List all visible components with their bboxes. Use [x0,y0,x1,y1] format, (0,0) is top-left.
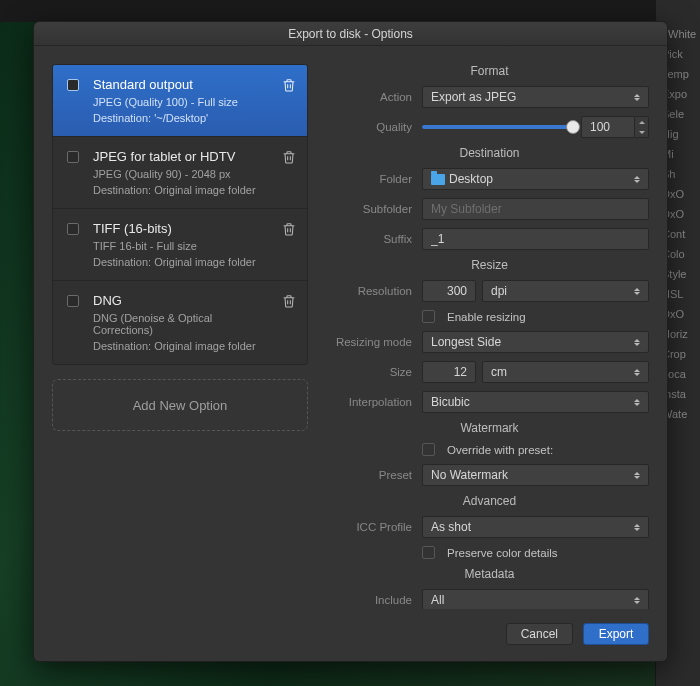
preset-subtitle: DNG (Denoise & Optical Corrections) [93,312,271,336]
preserve-color-label: Preserve color details [447,547,558,559]
delete-preset-button[interactable] [281,149,297,165]
preset-title: JPEG for tablet or HDTV [93,149,271,164]
chevron-updown-icon [630,468,644,482]
chevron-updown-icon [630,365,644,379]
interpolation-select[interactable]: Bicubic [422,391,649,413]
action-label: Action [330,91,422,103]
chevron-updown-icon [630,90,644,104]
resolution-input[interactable] [422,280,476,302]
icc-profile-select[interactable]: As shot [422,516,649,538]
trash-icon [281,82,297,96]
quality-label: Quality [330,121,422,133]
preset-item[interactable]: Standard outpoutJPEG (Quality 100) - Ful… [53,65,307,137]
section-watermark: Watermark [330,421,649,435]
trash-icon [281,298,297,312]
quality-stepper[interactable] [635,116,649,138]
icc-label: ICC Profile [330,521,422,533]
resizing-mode-select[interactable]: Longest Side [422,331,649,353]
resizing-mode-label: Resizing mode [330,336,422,348]
resolution-label: Resolution [330,285,422,297]
watermark-preset-select[interactable]: No Watermark [422,464,649,486]
preset-item[interactable]: TIFF (16-bits)TIFF 16-bit - Full sizeDes… [53,209,307,281]
chevron-updown-icon [630,593,644,607]
preset-destination: Destination: '~/Desktop' [93,112,271,124]
chevron-updown-icon [630,520,644,534]
preset-list: Standard outpoutJPEG (Quality 100) - Ful… [52,64,308,365]
preset-checkbox[interactable] [67,295,79,307]
folder-select[interactable]: Desktop [422,168,649,190]
interpolation-label: Interpolation [330,396,422,408]
chevron-updown-icon [630,284,644,298]
preset-destination: Destination: Original image folder [93,184,271,196]
preserve-color-checkbox[interactable] [422,546,435,559]
preset-label: Preset [330,469,422,481]
preset-title: DNG [93,293,271,308]
resolution-unit-select[interactable]: dpi [482,280,649,302]
section-metadata: Metadata [330,567,649,581]
folder-label: Folder [330,173,422,185]
chevron-updown-icon [630,172,644,186]
trash-icon [281,154,297,168]
size-unit-select[interactable]: cm [482,361,649,383]
subfolder-input[interactable] [422,198,649,220]
preset-item[interactable]: DNGDNG (Denoise & Optical Corrections)De… [53,281,307,364]
override-preset-checkbox[interactable] [422,443,435,456]
chevron-updown-icon [630,395,644,409]
size-input[interactable] [422,361,476,383]
include-label: Include [330,594,422,606]
suffix-input[interactable] [422,228,649,250]
quality-slider[interactable] [422,125,573,129]
preset-title: TIFF (16-bits) [93,221,271,236]
include-select[interactable]: All [422,589,649,609]
preset-subtitle: JPEG (Quality 100) - Full size [93,96,271,108]
subfolder-label: Subfolder [330,203,422,215]
preset-destination: Destination: Original image folder [93,340,271,352]
action-select[interactable]: Export as JPEG [422,86,649,108]
preset-subtitle: JPEG (Quality 90) - 2048 px [93,168,271,180]
folder-icon [431,174,445,185]
delete-preset-button[interactable] [281,221,297,237]
preset-checkbox[interactable] [67,79,79,91]
enable-resizing-label: Enable resizing [447,311,526,323]
cancel-button[interactable]: Cancel [506,623,573,645]
preset-subtitle: TIFF 16-bit - Full size [93,240,271,252]
preset-title: Standard outpout [93,77,271,92]
section-format: Format [330,64,649,78]
export-dialog: Export to disk - Options Standard outpou… [33,21,668,662]
add-new-option-button[interactable]: Add New Option [52,379,308,431]
override-preset-label: Override with preset: [447,444,553,456]
preset-destination: Destination: Original image folder [93,256,271,268]
section-destination: Destination [330,146,649,160]
quality-input[interactable] [581,116,635,138]
chevron-updown-icon [630,335,644,349]
export-button[interactable]: Export [583,623,649,645]
delete-preset-button[interactable] [281,293,297,309]
dialog-title: Export to disk - Options [34,22,667,46]
delete-preset-button[interactable] [281,77,297,93]
section-advanced: Advanced [330,494,649,508]
enable-resizing-checkbox[interactable] [422,310,435,323]
trash-icon [281,226,297,240]
preset-item[interactable]: JPEG for tablet or HDTVJPEG (Quality 90)… [53,137,307,209]
suffix-label: Suffix [330,233,422,245]
preset-checkbox[interactable] [67,151,79,163]
preset-checkbox[interactable] [67,223,79,235]
section-resize: Resize [330,258,649,272]
size-label: Size [330,366,422,378]
